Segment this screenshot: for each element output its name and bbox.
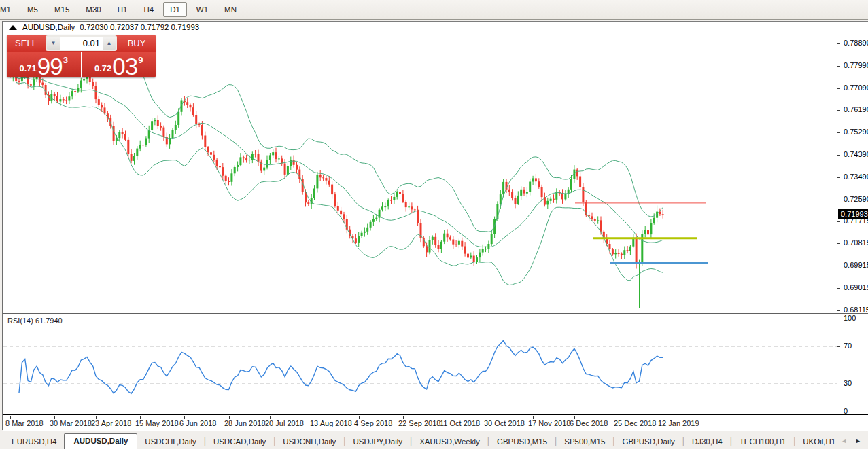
timeframe-button-h4[interactable]: H4 bbox=[137, 2, 160, 17]
price-tick bbox=[837, 221, 840, 222]
date-tick-label: 30 Mar 2018 bbox=[50, 419, 92, 427]
timeframe-button-m1[interactable]: M1 bbox=[0, 2, 18, 17]
chart-tab-sp500-m15[interactable]: SP500,M15 bbox=[557, 435, 612, 449]
chart-tab-usdchf-daily[interactable]: USDCHF,Daily bbox=[137, 435, 203, 449]
chart-tab-eurusd-h4[interactable]: EURUSD,H4 bbox=[4, 435, 64, 449]
price-tick-label: 0.74390 bbox=[844, 150, 868, 158]
price-tick-label: 0.69915 bbox=[844, 261, 868, 269]
price-tick bbox=[837, 88, 840, 89]
chart-window: 0.788900.779900.770900.761900.752900.743… bbox=[2, 21, 868, 430]
tab-scroll-controls: ◄ ► bbox=[841, 437, 868, 449]
price-tick-label: 0.68115 bbox=[844, 306, 868, 314]
rsi-tick bbox=[837, 384, 840, 384]
price-tick bbox=[837, 310, 840, 311]
chart-tab-ukoil-h1[interactable]: UKOil,H1 bbox=[795, 435, 841, 449]
sell-price-pip: 3 bbox=[63, 55, 68, 65]
timeframe-button-d1[interactable]: D1 bbox=[163, 2, 187, 17]
sell-button[interactable]: SELL bbox=[7, 35, 45, 52]
buy-price-big: 03 bbox=[112, 57, 137, 77]
scroll-tabs-right-icon[interactable]: ► bbox=[855, 437, 861, 444]
price-tick bbox=[837, 288, 840, 289]
chart-title: AUDUSD,Daily bbox=[22, 23, 75, 31]
timeframe-button-m15[interactable]: M15 bbox=[48, 2, 76, 17]
current-price-badge: 0.71993 bbox=[838, 209, 868, 219]
volume-decrease-button[interactable]: ▼ bbox=[47, 37, 60, 50]
price-tick bbox=[837, 43, 840, 44]
timeframe-button-h1[interactable]: H1 bbox=[111, 2, 135, 17]
price-tick-label: 0.70815 bbox=[844, 238, 868, 247]
date-tick-label: 28 Jun 2018 bbox=[224, 419, 266, 427]
buy-price-display[interactable]: 0.72 03 9 bbox=[82, 52, 156, 77]
one-click-trade-widget: SELL ▼ ▲ BUY 0.71 99 3 0.72 03 9 bbox=[7, 35, 156, 77]
chart-tab-xauusd-weekly[interactable]: XAUUSD,Weekly bbox=[412, 435, 487, 449]
chart-tab-usdjpy-daily[interactable]: USDJPY,Daily bbox=[345, 435, 410, 449]
price-tick-label: 0.69015 bbox=[844, 283, 868, 291]
date-tick-label: 22 Sep 2018 bbox=[398, 419, 440, 427]
sell-price-prefix: 0.71 bbox=[20, 63, 37, 73]
date-axis: 8 Mar 201830 Mar 201823 Apr 201815 May 2… bbox=[3, 416, 868, 431]
date-tick-label: 30 Oct 2018 bbox=[484, 419, 525, 427]
rsi-tick-label: 100 bbox=[844, 315, 856, 322]
volume-increase-button[interactable]: ▲ bbox=[103, 37, 116, 50]
chart-tab-tech100-h1[interactable]: TECH100,H1 bbox=[732, 435, 793, 449]
date-tick-label: 17 Nov 2018 bbox=[528, 419, 570, 427]
date-tick-label: 8 Mar 2018 bbox=[5, 419, 44, 427]
rsi-tick-label: 0 bbox=[844, 407, 848, 415]
rsi-tick-label: 70 bbox=[844, 342, 852, 350]
buy-price-prefix: 0.72 bbox=[94, 63, 111, 73]
price-tick bbox=[837, 266, 840, 266]
date-tick-label: 13 Aug 2018 bbox=[310, 419, 352, 427]
volume-spinner: ▼ ▲ bbox=[46, 35, 117, 51]
price-tick bbox=[837, 177, 840, 178]
price-tick-label: 0.73490 bbox=[844, 173, 868, 181]
buy-button[interactable]: BUY bbox=[118, 35, 156, 52]
timeframe-button-m30[interactable]: M30 bbox=[79, 2, 107, 17]
chart-tab-usdcnh-daily[interactable]: USDCNH,Daily bbox=[275, 435, 343, 449]
price-tick bbox=[837, 66, 840, 67]
price-tick bbox=[837, 110, 840, 111]
rsi-tick bbox=[837, 412, 840, 412]
sell-price-display[interactable]: 0.71 99 3 bbox=[7, 52, 81, 77]
price-tick-label: 0.75290 bbox=[844, 128, 868, 136]
rsi-indicator-label: RSI(14) 61.7940 bbox=[7, 317, 63, 325]
buy-price-pip: 9 bbox=[138, 55, 143, 65]
price-tick-label: 0.77990 bbox=[844, 61, 868, 69]
rsi-tick-label: 30 bbox=[844, 379, 852, 387]
rsi-tick bbox=[837, 346, 840, 347]
chart-tab-usdcad-daily[interactable]: USDCAD,Daily bbox=[206, 435, 273, 449]
scroll-tabs-left-icon[interactable]: ◄ bbox=[841, 437, 847, 444]
price-tick-label: 0.78890 bbox=[844, 39, 868, 47]
date-tick-label: 25 Dec 2018 bbox=[614, 419, 656, 427]
chart-tabs: EURUSD,H4AUDUSD,DailyUSDCHF,Daily|USDCAD… bbox=[4, 433, 841, 449]
rsi-axis-border bbox=[837, 315, 837, 414]
date-tick-label: 15 May 2018 bbox=[135, 419, 179, 427]
rsi-tick bbox=[837, 319, 840, 319]
price-tick-label: 0.72590 bbox=[844, 195, 868, 203]
price-tick bbox=[837, 155, 840, 156]
chart-tab-bar: EURUSD,H4AUDUSD,DailyUSDCHF,Daily|USDCAD… bbox=[0, 431, 868, 449]
timeframe-button-mn[interactable]: MN bbox=[218, 2, 243, 17]
sell-price-big: 99 bbox=[37, 57, 63, 77]
date-tick-label: 4 Sep 2018 bbox=[354, 419, 392, 427]
timeframe-button-w1[interactable]: W1 bbox=[190, 2, 215, 17]
chart-tab-dj30-h4[interactable]: DJ30,H4 bbox=[684, 435, 730, 449]
chart-shift-marker-icon bbox=[8, 24, 18, 31]
rsi-chart bbox=[3, 315, 837, 414]
price-tick-label: 0.77090 bbox=[844, 84, 868, 92]
price-chart-panel[interactable]: 0.788900.779900.770900.761900.752900.743… bbox=[3, 22, 868, 314]
date-tick-label: 6 Dec 2018 bbox=[570, 419, 608, 427]
timeframe-button-m5[interactable]: M5 bbox=[20, 2, 45, 17]
timeframe-toolbar: M1M5M15M30H1H4D1W1MN bbox=[0, 0, 868, 20]
chart-title-row: AUDUSD,Daily 0.72030 0.72037 0.71792 0.7… bbox=[8, 23, 199, 31]
price-tick bbox=[837, 132, 840, 133]
price-tick bbox=[837, 200, 840, 200]
chart-tab-gbpusd-daily[interactable]: GBPUSD,Daily bbox=[614, 435, 682, 449]
rsi-indicator-panel[interactable]: RSI(14) 61.7940 10070300 bbox=[3, 315, 868, 415]
chart-tab-audusd-daily[interactable]: AUDUSD,Daily bbox=[64, 433, 137, 449]
volume-input[interactable] bbox=[60, 37, 103, 50]
date-tick-label: 11 Oct 2018 bbox=[440, 419, 480, 427]
chart-tab-gbpusd-m15[interactable]: GBPUSD,M15 bbox=[489, 435, 555, 449]
date-tick-label: 23 Apr 2018 bbox=[91, 419, 131, 427]
price-tick-label: 0.76190 bbox=[844, 105, 868, 113]
date-tick-label: 6 Jun 2018 bbox=[179, 419, 216, 427]
